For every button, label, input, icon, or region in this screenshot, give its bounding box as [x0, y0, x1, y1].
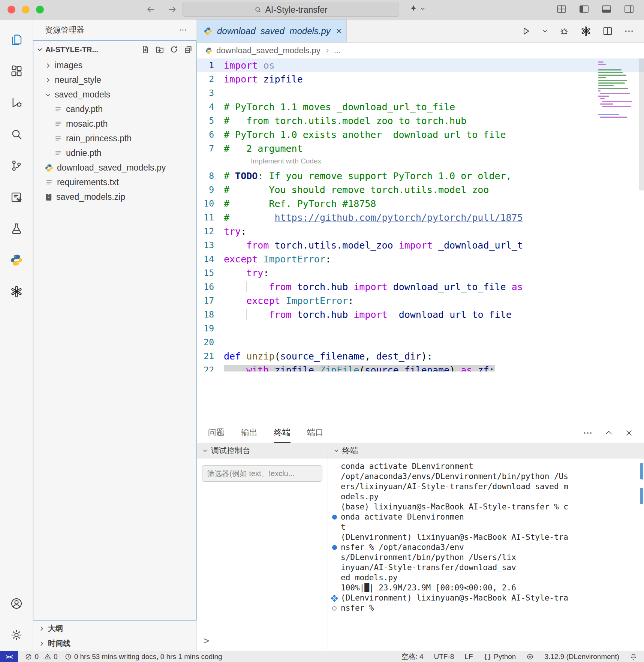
- collapse-all-icon[interactable]: [184, 45, 192, 54]
- code-line[interactable]: 5# from torch.utils.model_zoo to torch.h…: [197, 114, 644, 128]
- activity-run-debug[interactable]: [0, 87, 33, 118]
- activity-account[interactable]: [0, 588, 33, 619]
- minimap[interactable]: [598, 61, 637, 119]
- code-editor[interactable]: 1import os2import zipfile34# PyTorch 1.1…: [197, 58, 644, 423]
- code-line[interactable]: 6# PyTorch 1.0 exists another _download_…: [197, 128, 644, 142]
- activity-python[interactable]: [0, 244, 33, 276]
- editor-tab[interactable]: download_saved_models.py: [197, 19, 347, 42]
- time-tracker-status[interactable]: 0 hrs 53 mins writing docs, 0 hrs 1 mins…: [64, 653, 222, 661]
- indent-status[interactable]: 空格: 4: [401, 652, 423, 662]
- tree-item-requirements-txt[interactable]: requirements.txt: [33, 175, 196, 190]
- tree-item-saved-models-zip[interactable]: saved_models.zip: [33, 190, 196, 204]
- language-status[interactable]: {} Python: [484, 653, 516, 661]
- tree-item-candy-pth[interactable]: candy.pth: [33, 102, 196, 117]
- close-tab-icon[interactable]: [335, 27, 343, 35]
- sidebar-section-0[interactable]: 大纲: [33, 621, 196, 636]
- folder-section-header[interactable]: AI-STYLE-TR...: [33, 41, 196, 58]
- refresh-icon[interactable]: [170, 45, 178, 54]
- breadcrumb-symbol[interactable]: ...: [334, 46, 341, 55]
- codelens-label[interactable]: Implement with Codex: [251, 154, 321, 169]
- tree-item-udnie-pth[interactable]: udnie.pth: [33, 146, 196, 160]
- activity-notebook-settings[interactable]: [0, 181, 33, 213]
- new-file-icon[interactable]: [141, 45, 150, 54]
- panel-tab-ports[interactable]: 端口: [307, 423, 323, 443]
- tree-item-neural-style[interactable]: neural_style: [33, 73, 196, 87]
- code-line[interactable]: 10# Ref. PyTorch #18758: [197, 197, 644, 211]
- debug-icon[interactable]: [559, 25, 570, 37]
- editor-scrollbar[interactable]: [639, 58, 644, 190]
- notifications-bell-icon[interactable]: [630, 653, 637, 661]
- toggle-primary-sidebar-icon[interactable]: [579, 4, 589, 13]
- code-line[interactable]: 22 with zipfile.ZipFile(source_filename)…: [197, 363, 644, 371]
- console-repl-prompt[interactable]: >: [204, 635, 210, 646]
- code-line[interactable]: 19: [197, 322, 644, 335]
- tree-item-rain-princess-pth[interactable]: rain_princess.pth: [33, 131, 196, 146]
- tree-item-images[interactable]: images: [33, 58, 196, 73]
- more-actions-icon[interactable]: [583, 428, 593, 438]
- code-line[interactable]: 1import os: [197, 58, 644, 72]
- code-line[interactable]: 17 except ImportError:: [197, 294, 644, 308]
- code-line[interactable]: 9# You should remove torch.utils.model_z…: [197, 183, 644, 197]
- zoom-window-button[interactable]: [36, 6, 44, 13]
- code-line[interactable]: 18 from torch.hub import _download_url_t…: [197, 308, 644, 322]
- feedback-icon[interactable]: [526, 653, 534, 661]
- run-dropdown-icon[interactable]: [542, 28, 548, 34]
- python-interpreter-status[interactable]: 3.12.9 (DLenvironment): [544, 653, 619, 661]
- sidebar-more-actions-icon[interactable]: [178, 25, 187, 34]
- debug-console-header[interactable]: 调试控制台: [197, 443, 328, 458]
- new-folder-icon[interactable]: [156, 45, 164, 54]
- more-actions-icon[interactable]: [624, 26, 634, 36]
- code-line[interactable]: 16 from torch.hub import download_url_to…: [197, 280, 644, 294]
- panel-tab-terminal[interactable]: 终端: [274, 423, 291, 443]
- encoding-status[interactable]: UTF-8: [434, 653, 454, 661]
- toggle-secondary-sidebar-icon[interactable]: [624, 4, 634, 13]
- code-line[interactable]: 20: [197, 335, 644, 349]
- code-line[interactable]: 7# 2 argument: [197, 142, 644, 156]
- terminal-text: conda activate DLenvironment: [341, 461, 473, 472]
- code-line[interactable]: 3: [197, 86, 644, 100]
- code-line[interactable]: 12try:: [197, 225, 644, 238]
- activity-source-control[interactable]: [0, 150, 33, 181]
- code-line[interactable]: 4# PyTorch 1.1 moves _download_url_to_fi…: [197, 100, 644, 114]
- tree-item-saved-models[interactable]: saved_models: [33, 87, 196, 102]
- close-panel-icon[interactable]: [625, 428, 634, 437]
- code-line[interactable]: 14except ImportError:: [197, 252, 644, 266]
- command-center-search[interactable]: AI-Style-transfer: [183, 3, 399, 17]
- code-line[interactable]: 21def unzip(source_filename, dest_dir):: [197, 349, 644, 363]
- copilot-menu[interactable]: [409, 4, 426, 13]
- tree-item-download-saved-models-py[interactable]: download_saved_models.py: [33, 160, 196, 175]
- eol-status[interactable]: LF: [464, 653, 473, 661]
- terminal-header[interactable]: 终端: [328, 443, 644, 458]
- maximize-panel-icon[interactable]: [604, 428, 613, 437]
- activity-explorer[interactable]: [0, 24, 33, 55]
- activity-search[interactable]: [0, 118, 33, 150]
- terminal-output[interactable]: conda activate DLenvironment/opt/anacond…: [328, 458, 644, 651]
- activity-openai[interactable]: [0, 276, 33, 307]
- split-editor-icon[interactable]: [602, 25, 613, 37]
- code-line[interactable]: 8# TODO: If you remove support PyTorch 1…: [197, 169, 644, 183]
- remote-indicator[interactable]: ><: [0, 651, 18, 662]
- code-line[interactable]: 15 try:: [197, 266, 644, 280]
- run-icon[interactable]: [520, 25, 532, 37]
- breadcrumb-file[interactable]: download_saved_models.py: [216, 46, 321, 55]
- minimize-window-button[interactable]: [22, 6, 30, 13]
- code-line[interactable]: 13 from torch.utils.model_zoo import _do…: [197, 238, 644, 252]
- console-filter-input[interactable]: [202, 465, 322, 482]
- toggle-panel-icon[interactable]: [601, 4, 612, 13]
- activity-testing[interactable]: [0, 213, 33, 244]
- forward-icon[interactable]: [167, 4, 178, 15]
- activity-settings[interactable]: [0, 619, 33, 651]
- customize-layout-icon[interactable]: [556, 4, 567, 13]
- panel-tab-problems[interactable]: 问题: [208, 423, 225, 443]
- code-line[interactable]: 2import zipfile: [197, 72, 644, 86]
- panel-tab-output[interactable]: 输出: [241, 423, 258, 443]
- openai-icon[interactable]: [580, 25, 592, 37]
- close-window-button[interactable]: [7, 6, 15, 13]
- problems-status[interactable]: 0 0: [25, 653, 57, 661]
- tree-item-mosaic-pth[interactable]: mosaic.pth: [33, 117, 196, 131]
- code-line[interactable]: 11# https://github.com/pytorch/pytorch/p…: [197, 211, 644, 225]
- activity-extensions[interactable]: [0, 55, 33, 87]
- sidebar-section-1[interactable]: 时间线: [33, 636, 196, 651]
- back-icon[interactable]: [145, 4, 156, 15]
- explorer-icon: [10, 33, 23, 46]
